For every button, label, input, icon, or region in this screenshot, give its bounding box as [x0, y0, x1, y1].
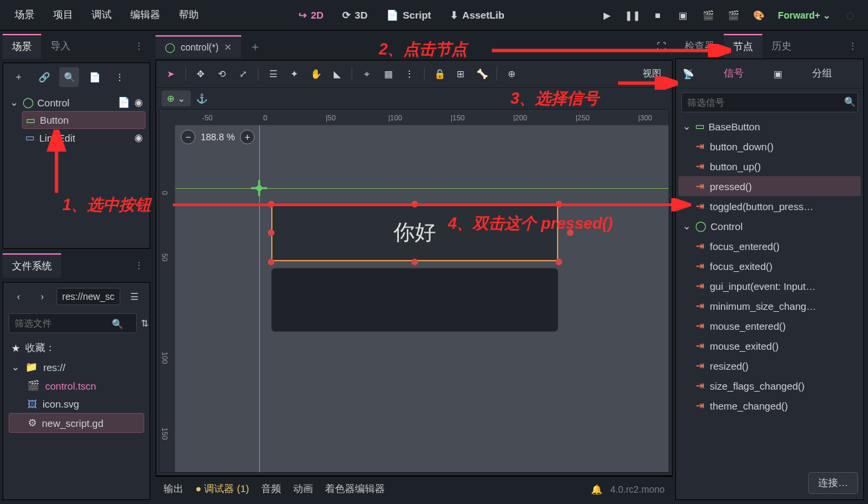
signal-class-BaseButton[interactable]: ⌄▭BaseButton [679, 116, 861, 136]
palette-icon[interactable]: 🎨 [749, 5, 769, 25]
signal-size_flags_changed[interactable]: ⇥size_flags_changed() [679, 376, 861, 396]
tree-node-button[interactable]: ▭ Button [22, 111, 146, 129]
scene-menu-button[interactable]: ⋮ [110, 67, 130, 87]
2d-viewport[interactable]: -500|50|100|150|200|250|300 050100150 − … [159, 109, 669, 473]
fs-file-control[interactable]: 🎬control.tscn [9, 376, 144, 395]
play-remote-button[interactable]: ▣ [673, 5, 693, 25]
fs-file-script[interactable]: ⚙new_script.gd [9, 413, 144, 433]
renderer-dropdown[interactable]: Forward+⌄ [774, 10, 835, 21]
scale-tool[interactable]: ⤢ [234, 64, 253, 83]
movie2-button[interactable]: 🎬 [724, 5, 744, 25]
workspace-script[interactable]: 📄Script [380, 5, 438, 25]
move-tool[interactable]: ✥ [191, 64, 210, 83]
visibility-icon[interactable]: ◉ [134, 132, 143, 144]
fullscreen-icon[interactable]: ⛶ [650, 41, 673, 52]
audio-tab[interactable]: 音频 [261, 483, 281, 495]
tab-inspector[interactable]: 检查器 [675, 35, 724, 58]
visibility-icon[interactable]: ◉ [134, 96, 143, 108]
pause-button[interactable]: ❚❚ [623, 5, 643, 25]
link-node-button[interactable]: 🔗 [34, 67, 54, 87]
attach-script-button[interactable]: 📄 [84, 67, 104, 87]
signal-button_down[interactable]: ⇥button_down() [679, 136, 861, 156]
fs-sort-button[interactable]: ⇅ [141, 313, 149, 333]
tab-import[interactable]: 导入 [41, 35, 80, 58]
menu-editor[interactable]: 编辑器 [124, 5, 167, 25]
signal-gui_inputeventInput[interactable]: ⇥gui_input(event: Input… [679, 276, 861, 296]
fs-file-icon[interactable]: 🖼icon.svg [9, 395, 144, 413]
signal-resized[interactable]: ⇥resized() [679, 356, 861, 376]
lock-tool[interactable]: 🔒 [430, 64, 449, 83]
rotate-tool[interactable]: ⟲ [213, 64, 231, 83]
workspace-assetlib[interactable]: ⬇AssetLib [443, 5, 511, 25]
bell-icon[interactable]: 🔔 [591, 484, 602, 495]
add-scene-tab[interactable]: ＋ [241, 39, 269, 55]
nav-fwd-button[interactable]: › [33, 287, 53, 307]
signal-mouse_entered[interactable]: ⇥mouse_entered() [679, 316, 861, 336]
group-tool[interactable]: ⊞ [451, 64, 470, 83]
workspace-3d[interactable]: ⟳3D [336, 5, 374, 25]
signal-focus_exited[interactable]: ⇥focus_exited() [679, 256, 861, 276]
signal-mouse_exited[interactable]: ⇥mouse_exited() [679, 336, 861, 356]
output-tab[interactable]: 输出 [163, 483, 183, 495]
signal-toggledbutton_press[interactable]: ⇥toggled(button_press… [679, 196, 861, 216]
tab-filesystem[interactable]: 文件系统 [3, 253, 61, 278]
grid-snap[interactable]: ▦ [379, 64, 397, 83]
workspace-2d[interactable]: ↪2D [292, 5, 330, 25]
zoom-label[interactable]: 188.8 % [201, 132, 235, 142]
list-select-tool[interactable]: ☰ [264, 64, 282, 83]
add-node-button[interactable]: ＋ [9, 67, 29, 87]
script-attached-icon[interactable]: 📄 [118, 96, 130, 108]
menu-help[interactable]: 帮助 [172, 5, 205, 25]
debugger-tab[interactable]: ● 调试器 (1) [195, 483, 249, 495]
anchor-icon[interactable]: ⚓ [196, 93, 207, 104]
menu-project[interactable]: 项目 [47, 5, 80, 25]
signals-subtab[interactable]: 信号 [699, 64, 768, 82]
signal-button_up[interactable]: ⇥button_up() [679, 156, 861, 176]
stop-button[interactable]: ■ [648, 5, 668, 25]
play-button[interactable]: ▶ [597, 5, 617, 25]
nav-back-button[interactable]: ‹ [9, 287, 29, 307]
canvas-lineedit-node[interactable] [271, 268, 558, 332]
fs-favorites[interactable]: ★收藏： [9, 338, 144, 358]
tree-node-control[interactable]: ⌄ ◯ Control 📄 ◉ [7, 94, 146, 111]
dock-menu-icon[interactable]: ⋮ [128, 260, 150, 271]
bone-tool[interactable]: 🦴 [473, 64, 491, 83]
tab-scene[interactable]: 场景 [3, 34, 41, 59]
scene-tab-control[interactable]: ◯ control(*) ✕ [156, 35, 241, 58]
signal-theme_changed[interactable]: ⇥theme_changed() [679, 396, 861, 416]
connect-button[interactable]: 连接… [808, 472, 858, 494]
dock-menu-icon[interactable]: ⋮ [841, 41, 864, 51]
view-mode-button[interactable]: ☰ [124, 287, 144, 307]
signal-class-Control[interactable]: ⌄◯Control [679, 216, 861, 236]
menu-debug[interactable]: 调试 [85, 5, 118, 25]
signal-focus_entered[interactable]: ⇥focus_entered() [679, 236, 861, 256]
zoom-out-button[interactable]: − [181, 130, 195, 144]
menu-scene[interactable]: 场景 [8, 5, 41, 25]
shader-tab[interactable]: 着色器编辑器 [325, 483, 385, 495]
signal-filter-input[interactable] [681, 92, 858, 112]
dock-menu-icon[interactable]: ⋮ [128, 41, 150, 51]
path-field[interactable]: res://new_sc [56, 288, 121, 305]
groups-subtab[interactable]: 分组 [788, 64, 857, 82]
select-tool[interactable]: ➤ [162, 64, 180, 83]
signal-pressed[interactable]: ⇥pressed() [679, 176, 861, 196]
search-node-button[interactable]: 🔍 [59, 67, 79, 87]
add-preset-button[interactable]: ⊕⌄ [162, 90, 191, 106]
tab-node[interactable]: 节点 [724, 34, 762, 59]
snap-menu[interactable]: ⋮ [400, 64, 419, 83]
pivot-tool[interactable]: ✦ [285, 64, 304, 83]
anchor-preset[interactable]: ⊕ [502, 64, 521, 83]
fs-root[interactable]: ⌄📁res:// [9, 358, 144, 376]
tab-history[interactable]: 历史 [762, 35, 801, 58]
movie-button[interactable]: 🎬 [699, 5, 718, 25]
snap-options[interactable]: ⌖ [358, 64, 376, 83]
pan-tool[interactable]: ✋ [306, 64, 325, 83]
tree-node-lineedit[interactable]: ▭ LineEdit ◉ [22, 129, 146, 146]
zoom-in-button[interactable]: + [240, 130, 255, 144]
signal-minimum_size_chang[interactable]: ⇥minimum_size_chang… [679, 296, 861, 316]
view-menu[interactable]: 视图 [637, 64, 667, 83]
ruler-tool[interactable]: ◣ [328, 64, 346, 83]
close-tab-icon[interactable]: ✕ [224, 42, 232, 53]
canvas-button-node[interactable]: 你好 [271, 204, 558, 261]
animation-tab[interactable]: 动画 [293, 483, 313, 495]
